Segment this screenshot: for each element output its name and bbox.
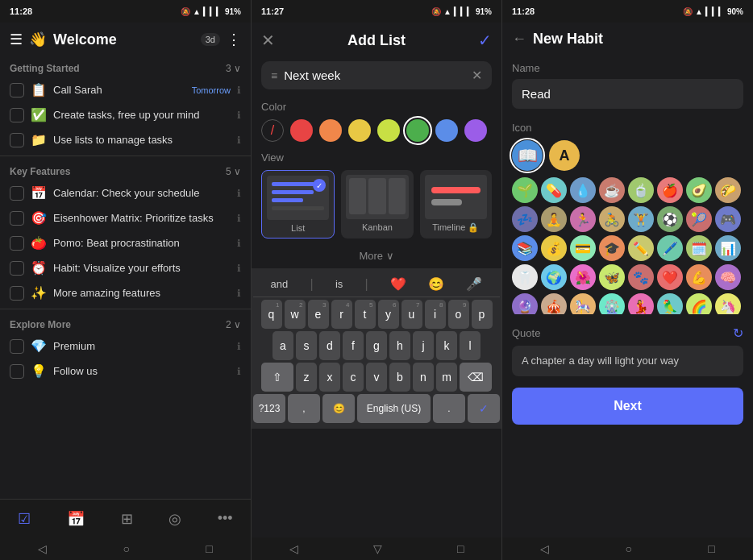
nav-tasks[interactable]: ☑ (18, 510, 31, 528)
icon-grid-item-30[interactable]: 🌺 (570, 264, 596, 290)
icon-grid-item-41[interactable]: 💃 (628, 293, 654, 314)
nav-focus[interactable]: ◎ (168, 510, 181, 528)
icon-grid-item-21[interactable]: 💳 (570, 235, 596, 261)
icon-grid-item-31[interactable]: 🦋 (599, 264, 625, 290)
key-z[interactable]: z (296, 363, 317, 392)
key-b[interactable]: b (389, 363, 410, 392)
key-f[interactable]: f (343, 331, 364, 360)
icon-grid-item-40[interactable]: 🎡 (599, 293, 625, 314)
recent-btn-3[interactable]: □ (708, 542, 714, 555)
key-s[interactable]: s (296, 331, 317, 360)
suggestion-is[interactable]: is (335, 278, 343, 290)
icon-grid-item-43[interactable]: 🌈 (686, 293, 712, 314)
name-input[interactable]: Read (512, 79, 743, 109)
home-btn-2[interactable]: ▽ (373, 542, 382, 555)
color-red[interactable] (290, 119, 313, 142)
next-button[interactable]: Next (512, 388, 743, 425)
back-btn-3[interactable]: ◁ (540, 542, 549, 555)
icon-grid-item-17[interactable]: 🎮 (715, 206, 741, 232)
view-option-kanban[interactable]: Kanban (341, 170, 413, 239)
icon-grid-item-20[interactable]: 💰 (541, 235, 567, 261)
back-button[interactable]: ← (512, 31, 526, 48)
icon-letter-a[interactable]: A (549, 140, 580, 171)
task-checkbox-1[interactable] (10, 83, 24, 97)
task-item-call-sarah[interactable]: 📋 Call Sarah Tomorrow ℹ (0, 77, 251, 102)
suggestion-heart[interactable]: ❤️ (390, 276, 406, 292)
icon-grid-item-4[interactable]: ☕ (599, 177, 625, 203)
key-q[interactable]: 1q (261, 300, 282, 329)
nav-grid[interactable]: ⊞ (121, 510, 133, 528)
key-comma[interactable]: , (288, 394, 320, 423)
key-space[interactable]: English (US) (357, 394, 431, 423)
key-a[interactable]: a (272, 331, 293, 360)
home-btn-1[interactable]: ○ (123, 542, 130, 555)
task-checkbox-2[interactable] (10, 108, 24, 122)
icon-grid-item-14[interactable]: 🏋️ (628, 206, 654, 232)
task-item-follow[interactable]: 💡 Follow us ℹ (0, 359, 251, 384)
icon-grid-item-39[interactable]: 🎠 (570, 293, 596, 314)
color-yellow[interactable] (348, 119, 371, 142)
home-btn-3[interactable]: ○ (626, 542, 632, 555)
more-options-icon[interactable]: ⋮ (227, 31, 241, 48)
icon-grid-item-38[interactable]: 🎪 (541, 293, 567, 314)
key-l[interactable]: l (460, 331, 481, 360)
view-option-timeline[interactable]: Timeline 🔒 (420, 170, 492, 239)
icon-grid-item-44[interactable]: 🦄 (715, 293, 741, 314)
task-item-more-features[interactable]: ✨ More amazing features ℹ (0, 280, 251, 305)
task-item-calendar[interactable]: 📅 Calendar: Check your schedule ℹ (0, 180, 251, 205)
task-checkbox-8[interactable] (10, 286, 24, 301)
icon-grid-item-22[interactable]: 🎓 (599, 235, 625, 261)
icon-grid-item-13[interactable]: 🚴 (599, 206, 625, 232)
color-purple[interactable] (464, 119, 487, 142)
icon-grid-item-42[interactable]: 🦜 (657, 293, 683, 314)
key-e[interactable]: 3e (308, 300, 329, 329)
recent-btn-1[interactable]: □ (206, 542, 212, 555)
icon-grid-item-34[interactable]: 💪 (686, 264, 712, 290)
key-period[interactable]: . (433, 394, 465, 423)
task-checkbox-6[interactable] (10, 236, 24, 251)
task-item-create-tasks[interactable]: ✅ Create tasks, free up your mind ℹ (0, 102, 251, 127)
task-checkbox-4[interactable] (10, 186, 24, 201)
key-h[interactable]: h (389, 331, 410, 360)
icon-grid-item-32[interactable]: 🐾 (628, 264, 654, 290)
task-item-pomo[interactable]: 🍅 Pomo: Beat procrastination ℹ (0, 230, 251, 255)
color-blue[interactable] (435, 119, 458, 142)
task-checkbox-7[interactable] (10, 261, 24, 276)
icon-grid-item-12[interactable]: 🏃 (570, 206, 596, 232)
task-item-use-lists[interactable]: 📁 Use lists to manage tasks ℹ (0, 127, 251, 152)
task-item-habit[interactable]: ⏰ Habit: Visualize your efforts ℹ (0, 255, 251, 280)
key-enter[interactable]: ✓ (468, 394, 500, 423)
icon-grid-item-28[interactable]: 🦷 (512, 264, 538, 290)
key-shift[interactable]: ⇧ (261, 363, 293, 392)
icon-grid-item-23[interactable]: ✏️ (628, 235, 654, 261)
icon-grid-item-10[interactable]: 💤 (512, 206, 538, 232)
key-k[interactable]: k (436, 331, 457, 360)
icon-grid-item-16[interactable]: 🎾 (686, 206, 712, 232)
color-green[interactable] (406, 119, 429, 142)
key-u[interactable]: 7u (401, 300, 422, 329)
key-emoji[interactable]: 😊 (322, 394, 355, 423)
list-name-clear[interactable]: ✕ (472, 68, 482, 83)
color-lime[interactable] (377, 119, 400, 142)
key-m[interactable]: m (436, 363, 457, 392)
icon-grid-item-24[interactable]: 🖊️ (657, 235, 683, 261)
key-v[interactable]: v (366, 363, 387, 392)
nav-more[interactable]: ••• (218, 510, 233, 527)
key-j[interactable]: j (413, 331, 434, 360)
confirm-button[interactable]: ✓ (478, 31, 492, 50)
icon-book[interactable]: 📖 (512, 140, 543, 171)
task-checkbox-3[interactable] (10, 133, 24, 147)
key-d[interactable]: d (319, 331, 340, 360)
key-o[interactable]: 9o (448, 300, 469, 329)
close-button[interactable]: ✕ (261, 31, 275, 50)
icon-grid-item-29[interactable]: 🌍 (541, 264, 567, 290)
color-orange[interactable] (319, 119, 342, 142)
icon-grid-item-25[interactable]: 🗓️ (686, 235, 712, 261)
key-x[interactable]: x (319, 363, 340, 392)
icon-grid-item-6[interactable]: 🍎 (657, 177, 683, 203)
color-none[interactable]: / (261, 119, 284, 142)
key-g[interactable]: g (366, 331, 387, 360)
refresh-quote-button[interactable]: ↻ (733, 326, 743, 341)
task-item-matrix[interactable]: 🎯 Eisenhower Matrix: Prioritize tasks ℹ (0, 205, 251, 230)
task-item-premium[interactable]: 💎 Premium ℹ (0, 334, 251, 359)
